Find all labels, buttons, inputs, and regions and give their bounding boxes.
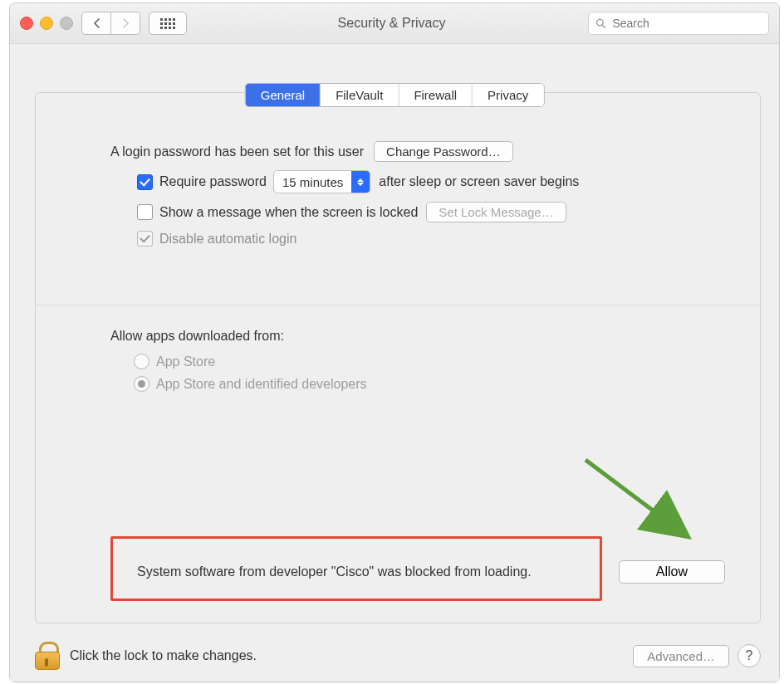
- blocked-software-message: System software from developer "Cisco" w…: [127, 550, 541, 594]
- traffic-lights: [20, 17, 73, 30]
- disable-auto-login-label: Disable automatic login: [159, 232, 296, 247]
- svg-rect-1: [164, 18, 167, 21]
- help-icon: ?: [746, 648, 753, 663]
- require-password-checkbox[interactable]: [137, 174, 153, 190]
- login-password-label: A login password has been set for this u…: [110, 144, 364, 159]
- chevron-left-icon: [93, 18, 100, 28]
- svg-rect-11: [173, 27, 175, 29]
- svg-rect-6: [169, 22, 171, 25]
- svg-line-14: [586, 460, 685, 535]
- general-panel: A login password has been set for this u…: [35, 92, 761, 623]
- svg-rect-4: [160, 22, 163, 25]
- minimize-window-button[interactable]: [40, 17, 53, 30]
- tab-general[interactable]: General: [246, 84, 321, 106]
- divider: [36, 305, 760, 305]
- forward-button[interactable]: [110, 12, 140, 35]
- show-all-button[interactable]: [149, 12, 187, 35]
- window-body: General FileVault Firewall Privacy A log…: [10, 44, 779, 682]
- titlebar: Security & Privacy: [10, 3, 779, 44]
- stepper-icon: [351, 171, 370, 193]
- search-field[interactable]: [588, 12, 769, 35]
- chevron-right-icon: [122, 18, 130, 28]
- help-button[interactable]: ?: [737, 644, 761, 667]
- show-lock-message-label: Show a message when the screen is locked: [159, 205, 418, 220]
- require-password-suffix: after sleep or screen saver begins: [379, 174, 579, 189]
- nav-buttons: [81, 12, 140, 35]
- annotation-arrow-icon: [577, 452, 710, 551]
- grid-icon: [159, 17, 176, 29]
- tab-firewall[interactable]: Firewall: [399, 84, 473, 106]
- svg-line-13: [602, 25, 605, 27]
- blocked-software-row: System software from developer "Cisco" w…: [127, 550, 725, 594]
- require-password-delay-select[interactable]: 15 minutes: [273, 170, 370, 193]
- tab-privacy[interactable]: Privacy: [473, 84, 543, 106]
- window-title: Security & Privacy: [195, 16, 588, 31]
- require-password-delay-value: 15 minutes: [274, 175, 351, 189]
- close-window-button[interactable]: [20, 17, 33, 30]
- disable-auto-login-checkbox[interactable]: [137, 231, 153, 247]
- svg-rect-2: [169, 18, 171, 21]
- radio-app-store[interactable]: [134, 354, 149, 369]
- allow-button[interactable]: Allow: [619, 560, 725, 584]
- back-button[interactable]: [81, 12, 111, 35]
- svg-rect-8: [160, 27, 163, 29]
- search-input[interactable]: [610, 16, 762, 31]
- tab-filevault[interactable]: FileVault: [321, 84, 399, 106]
- svg-rect-3: [173, 18, 175, 21]
- preferences-window: Security & Privacy General FileVault Fir…: [9, 2, 780, 682]
- allow-apps-label: Allow apps downloaded from:: [110, 329, 685, 344]
- lock-hint-text: Click the lock to make changes.: [70, 648, 633, 663]
- svg-rect-9: [164, 27, 167, 29]
- zoom-window-button[interactable]: [60, 17, 73, 30]
- require-password-label: Require password: [159, 174, 267, 189]
- svg-rect-7: [173, 22, 175, 25]
- radio-identified-label: App Store and identified developers: [156, 377, 367, 392]
- svg-rect-10: [169, 27, 171, 29]
- svg-rect-0: [160, 18, 163, 21]
- footer: Click the lock to make changes. Advanced…: [35, 642, 761, 670]
- show-lock-message-checkbox[interactable]: [137, 204, 153, 220]
- tab-bar: General FileVault Firewall Privacy: [245, 83, 545, 107]
- advanced-button[interactable]: Advanced…: [633, 645, 729, 667]
- search-icon: [595, 17, 605, 29]
- radio-app-store-label: App Store: [156, 354, 215, 369]
- set-lock-message-button[interactable]: Set Lock Message…: [426, 202, 566, 222]
- change-password-button[interactable]: Change Password…: [374, 141, 513, 162]
- radio-identified-developers[interactable]: [134, 376, 149, 392]
- svg-rect-5: [164, 22, 167, 25]
- lock-button[interactable]: [35, 642, 58, 670]
